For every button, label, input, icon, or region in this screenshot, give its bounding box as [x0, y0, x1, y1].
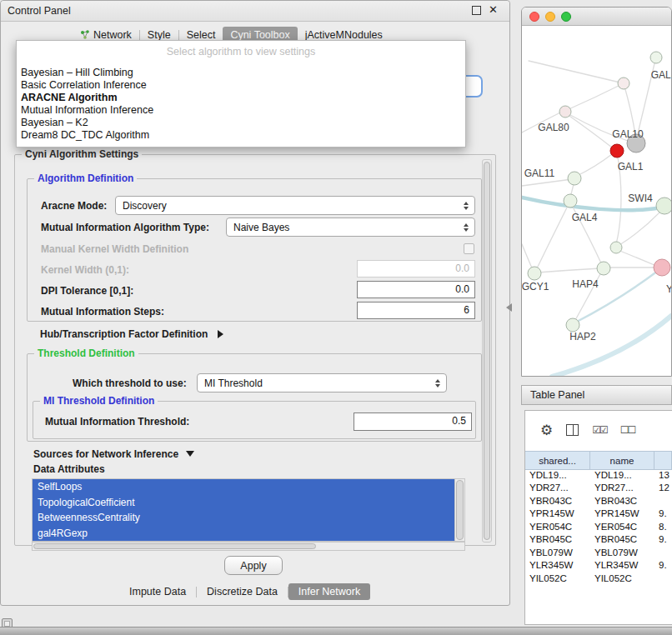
network-edge[interactable]	[567, 114, 612, 148]
cyni-algorithm-settings-group: Cyni Algorithm Settings Algorithm Defini…	[14, 154, 496, 546]
dropdown-item[interactable]: Mutual Information Inference	[17, 104, 465, 117]
network-node[interactable]	[528, 267, 541, 280]
settings-group-title: Cyni Algorithm Settings	[22, 148, 142, 160]
table-panel-titlebar[interactable]: Table Panel	[521, 385, 672, 405]
network-node[interactable]	[654, 259, 670, 276]
close-traffic-light[interactable]	[529, 12, 539, 22]
control-panel-window: Control Panel ✕ Network Style Select Cyn…	[0, 0, 510, 606]
bottom-tabbar: Impute Data Discretize Data Infer Networ…	[119, 583, 370, 600]
attribute-list-hscrollbar[interactable]	[32, 542, 465, 551]
network-node-label: GCY1	[522, 281, 549, 292]
tab-infer-network[interactable]: Infer Network	[288, 583, 370, 600]
table-row[interactable]: YBL079WYBL079W	[525, 546, 672, 559]
which-threshold-combobox[interactable]: MI Threshold	[197, 373, 447, 392]
attribute-item-selected[interactable]: BetweennessCentrality	[33, 510, 454, 526]
mi-type-value: Naive Bayes	[233, 222, 289, 233]
kernel-width-field[interactable]: 0.0	[357, 260, 475, 278]
column-layout-icon[interactable]	[566, 424, 579, 436]
mi-threshold-field[interactable]: 0.5	[354, 412, 472, 431]
table-row[interactable]: YPR145WYPR145W9.	[525, 508, 672, 521]
zoom-traffic-light[interactable]	[561, 12, 571, 22]
network-node[interactable]	[618, 78, 629, 89]
table-row[interactable]: YBR043CYBR043C	[525, 494, 672, 508]
table-row[interactable]: YDR27...YDR27...12	[525, 482, 672, 495]
close-window-icon[interactable]: ✕	[489, 5, 498, 15]
aracne-mode-value: Discovery	[123, 200, 167, 212]
hub-section-toggle[interactable]: Hub/Transcription Factor Definition	[40, 328, 223, 341]
table-row[interactable]: YLR345WYLR345W9.	[525, 559, 672, 572]
float-window-icon[interactable]	[472, 6, 481, 15]
network-window-titlebar[interactable]	[522, 8, 671, 26]
network-edge[interactable]	[619, 210, 662, 245]
attribute-item-selected[interactable]: SelfLoops	[33, 479, 454, 495]
dpi-tolerance-field[interactable]: 0.0	[357, 281, 475, 298]
deselect-all-icon[interactable]: ☐☐	[620, 424, 635, 436]
table-toolbar: ⚙ ☑☑ ☐☐	[525, 418, 634, 442]
network-node[interactable]	[597, 262, 610, 275]
attribute-item-selected[interactable]: TopologicalCoefficient	[33, 495, 454, 511]
dropdown-item[interactable]: Bayesian – K2	[17, 117, 465, 129]
network-node[interactable]	[650, 52, 662, 63]
network-edge[interactable]	[538, 268, 600, 272]
aracne-mode-combobox[interactable]: Discovery	[115, 196, 475, 215]
network-node[interactable]	[568, 172, 581, 185]
minimize-traffic-light[interactable]	[545, 12, 555, 22]
table-row[interactable]: YDL19...YDL19...13	[525, 468, 672, 482]
network-graph[interactable]: GAL8GAL80GAL10GAL1GAL11GAL4SWI4HAP4YGCY1…	[522, 26, 671, 377]
manual-kernel-label: Manual Kernel Width Definition	[41, 242, 188, 256]
tab-network-label: Network	[93, 29, 132, 41]
mi-steps-label: Mutual Information Steps:	[41, 305, 164, 318]
manual-kernel-checkbox[interactable]	[464, 243, 474, 254]
network-edge[interactable]	[522, 179, 572, 186]
select-all-icon[interactable]: ☑☑	[592, 424, 607, 436]
combo-arrows-icon	[464, 223, 469, 232]
gear-icon[interactable]: ⚙	[540, 422, 553, 438]
table-header-row: shared... name	[525, 451, 672, 470]
table-panel-title: Table Panel	[530, 389, 584, 401]
network-node[interactable]	[656, 198, 671, 214]
mi-steps-field[interactable]: 6	[357, 302, 475, 319]
tab-impute-data[interactable]: Impute Data	[119, 583, 196, 600]
mi-type-label: Mutual Information Algorithm Type:	[41, 221, 209, 234]
network-edge[interactable]	[567, 83, 624, 110]
network-node-label: GAL1	[618, 161, 644, 172]
network-edge[interactable]	[577, 154, 612, 176]
apply-button[interactable]: Apply	[224, 556, 283, 575]
control-panel-titlebar[interactable]: Control Panel ✕	[1, 1, 509, 22]
sources-toggle[interactable]: Sources for Network Inference	[33, 448, 194, 461]
network-edge[interactable]	[618, 250, 656, 266]
splitter-collapse-arrow[interactable]	[506, 303, 512, 312]
column-header[interactable]	[654, 452, 672, 469]
threshold-definition-group: Threshold Definition Which threshold to …	[27, 353, 482, 442]
network-node-label: HAP2	[569, 331, 596, 342]
attribute-item-selected[interactable]: gal4RGexp	[33, 526, 454, 542]
algorithm-dropdown-popup: Select algorithm to view settings Bayesi…	[16, 40, 466, 148]
mi-threshold-group: MI Threshold Definition Mutual Informati…	[33, 401, 476, 439]
table-row[interactable]: YBR045CYBR045C9.	[525, 533, 672, 547]
table-panel: ⚙ ☑☑ ☐☐ shared... name YDL19...YDL19...1…	[524, 410, 672, 625]
settings-scrollbar[interactable]	[482, 159, 492, 542]
network-edge[interactable]	[624, 83, 635, 135]
tab-discretize-data[interactable]: Discretize Data	[197, 583, 288, 600]
network-edge[interactable]	[536, 204, 569, 270]
network-node[interactable]	[610, 242, 622, 253]
network-node[interactable]	[610, 144, 624, 158]
dropdown-item[interactable]: Bayesian – Hill Climbing	[17, 67, 465, 79]
mi-type-combobox[interactable]: Naive Bayes	[226, 218, 475, 237]
column-header[interactable]: shared...	[525, 452, 590, 469]
network-node[interactable]	[564, 194, 577, 208]
settings-scrollbar-thumb[interactable]	[484, 162, 490, 540]
aracne-mode-label: Aracne Mode:	[41, 199, 107, 212]
network-edge[interactable]	[522, 244, 533, 270]
column-header[interactable]: name	[590, 452, 654, 469]
network-node[interactable]	[559, 106, 571, 118]
attribute-list-vscrollbar[interactable]	[454, 479, 464, 541]
dropdown-item-selected[interactable]: ARACNE Algorithm	[17, 92, 465, 104]
network-edge[interactable]	[529, 61, 624, 83]
dropdown-item[interactable]: Dream8 DC_TDC Algorithm	[17, 129, 465, 142]
dropdown-item[interactable]: Basic Correlation Inference	[17, 79, 465, 92]
table-row[interactable]: YIL052CYIL052C	[525, 572, 672, 585]
network-node[interactable]	[566, 318, 579, 332]
table-row[interactable]: YER054CYER054C8.	[525, 520, 672, 533]
expanded-arrow-icon	[186, 451, 194, 457]
